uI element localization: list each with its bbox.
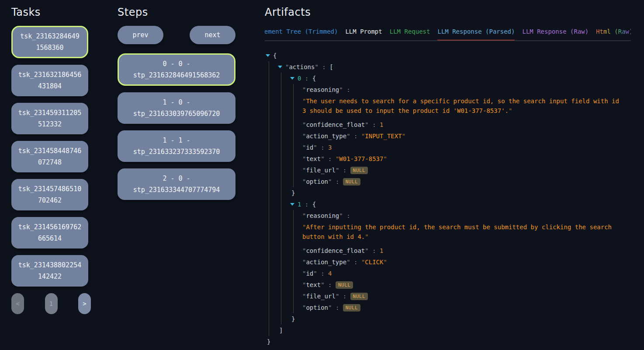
json-text: : [343,212,350,219]
json-text: : [339,167,350,174]
tab-llm-response-parsed[interactable]: LLM Response (Parsed) [437,28,515,40]
json-key-row: "option" : NULL [302,302,631,313]
json-text: " [383,259,387,266]
pagination: < 1 > [11,293,91,314]
task-button[interactable]: tsk_231459311205 512332 [11,103,88,134]
step-button[interactable]: 1 - 1 - stp_231633237333592370 [118,130,235,162]
json-text: : [332,178,343,185]
json-tree: {"actions" : [0 : {"reasoning" :"The use… [265,50,631,347]
json-children: "reasoning" :"The user needs to search f… [293,84,631,187]
json-string-value: After inputting the product id, the sear… [302,224,612,240]
json-string-value: CLICK [365,259,383,266]
task-button[interactable]: tsk_231438802254 142422 [11,255,88,287]
json-text: " [346,133,350,140]
prev-step-button[interactable]: prev [118,26,163,44]
json-key-row: "text" : "W01-377-8537" [302,153,631,164]
json-text: : [319,63,329,70]
json-text: " [339,86,343,93]
step-button[interactable]: 0 - 0 - stp_231632846491568362 [118,53,235,86]
pagination-next-button[interactable]: > [78,293,91,314]
json-key-row: "action_type" : "INPUT_TEXT" [302,130,631,142]
json-text: } [291,189,295,196]
artifact-tabs: Element Tree (Trimmed)LLM PromptLLM Requ… [265,28,631,41]
json-string-value: The user needs to search for a specific … [302,98,619,114]
task-list: tsk_23163284649 1568360tsk_231632186456 … [11,26,88,287]
tab-llm-response-raw[interactable]: LLM Response (Raw) [522,28,589,40]
json-text: : [343,86,350,93]
json-text: " [365,233,368,240]
next-step-button[interactable]: next [190,26,235,44]
json-string-block: "The user needs to search for a specific… [302,96,620,116]
tab-element-tree-trimmed[interactable]: Element Tree (Trimmed) [265,28,338,40]
json-text: ] [279,327,283,334]
json-text: : [317,144,328,151]
json-text: : [350,259,361,266]
json-text: " [509,107,512,114]
json-key: option [306,304,328,311]
json-text: : [339,293,350,300]
json-text: { [273,52,277,59]
json-array-open: "actions" : [ [278,61,631,73]
step-nav: prev next [118,26,235,44]
step-list: 0 - 0 - stp_2316328464915683621 - 0 - st… [118,53,235,200]
json-text: " [383,155,387,162]
task-button[interactable]: tsk_231456169762 665614 [11,217,88,248]
json-text: " [339,212,343,219]
collapse-arrow-icon[interactable] [290,203,294,206]
json-key-row: "confidence_float" : 1 [302,119,631,130]
json-item-close: } [290,187,631,199]
step-button[interactable]: 1 - 0 - stp_231633039765096720 [118,92,235,124]
collapse-arrow-icon[interactable] [278,66,282,68]
json-text: " [402,133,405,140]
pagination-prev-button[interactable]: < [11,293,24,314]
json-number-value: 1 [380,121,383,128]
json-key: id [306,270,313,277]
json-text: " [321,281,324,288]
json-key-row: "option" : NULL [302,176,631,187]
tab-html-raw[interactable]: Html (Raw) [596,28,631,40]
json-text: : [369,121,380,128]
json-number-value: 1 [380,247,383,254]
task-button[interactable]: tsk_231458448746 072748 [11,141,88,172]
step-button[interactable]: 2 - 0 - stp_231633344707774794 [118,168,235,200]
artifacts-panel: Artifacts Element Tree (Trimmed)LLM Prom… [265,0,631,347]
json-text: " [346,259,350,266]
json-key-row: "confidence_float" : 1 [302,245,631,256]
steps-panel: Steps prev next 0 - 0 - stp_231632846491… [118,0,235,206]
json-null-badge: NULL [350,293,368,300]
pagination-page-button[interactable]: 1 [45,293,58,314]
json-item-open: 1 : { [290,199,631,210]
json-key-row: "id" : 4 [302,268,631,279]
tasks-panel: Tasks tsk_23163284649 1568360tsk_2316321… [11,0,88,314]
json-key: action_type [306,133,346,140]
tasks-title: Tasks [11,6,88,18]
json-text: : [317,270,328,277]
json-text: : [325,155,336,162]
json-key: text [306,155,321,162]
task-button[interactable]: tsk_231457486510 702462 [11,179,88,210]
json-string-value: W01-377-8537 [339,155,383,162]
json-text: " [365,121,368,128]
collapse-arrow-icon[interactable] [290,77,294,80]
json-text: : [325,281,336,288]
json-string-value: INPUT_TEXT [365,133,402,140]
json-key-row: "file_url" : NULL [302,164,631,176]
json-text: { [312,201,316,208]
json-key-row: "text" : NULL [302,279,631,290]
json-text: : [350,133,361,140]
tab-llm-request[interactable]: LLM Request [390,28,430,40]
task-button[interactable]: tsk_23163284649 1568360 [11,26,88,58]
json-root-open: { [266,50,631,61]
json-key-row: "reasoning" : [302,210,631,221]
json-null-badge: NULL [343,178,361,186]
task-button[interactable]: tsk_231632186456 431804 [11,65,88,96]
json-key: reasoning [306,212,339,219]
json-key-row: "file_url" : NULL [302,290,631,302]
tab-llm-prompt[interactable]: LLM Prompt [345,28,382,40]
json-children: 0 : {"reasoning" :"The user needs to sea… [281,73,631,325]
json-key-row: "id" : 3 [302,142,631,153]
collapse-arrow-icon[interactable] [266,54,270,57]
json-key: file_url [306,167,335,174]
artifacts-title: Artifacts [265,6,631,18]
json-null-badge: NULL [343,304,361,312]
